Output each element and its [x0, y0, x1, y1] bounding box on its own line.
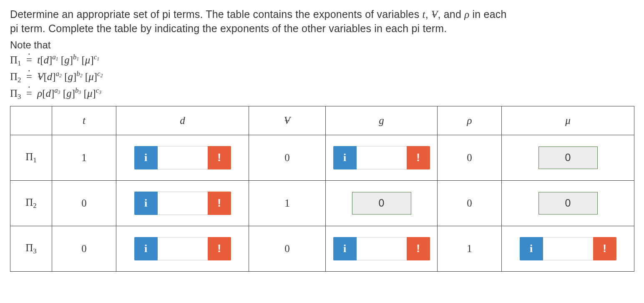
cell-rho: 1 [438, 226, 502, 271]
info-icon[interactable]: i [520, 237, 543, 260]
warning-icon[interactable]: ! [208, 146, 231, 169]
cell-d: i! [116, 226, 249, 271]
info-icon[interactable]: i [134, 146, 158, 169]
pi-label: Π2 [25, 197, 37, 208]
answer-input-g[interactable]: i! [333, 146, 430, 169]
equation-pi1: Π1 = t[d]a1 [g]b1 [μ]c1 [10, 53, 634, 68]
header-t: t [52, 106, 116, 135]
pi-label: Π1 [25, 151, 37, 162]
filled-answer-mu: 0 [538, 192, 598, 215]
warning-icon[interactable]: ! [407, 237, 430, 260]
info-icon[interactable]: i [333, 237, 357, 260]
header-g: g [326, 106, 438, 135]
prompt-var-t: t [423, 9, 425, 20]
table-row: Π30i!0i!1i! [10, 226, 634, 271]
equation-pi3: Π3 = ρ[d]a3 [g]b3 [μ]c3 [10, 86, 634, 102]
table-header-row: t d V g ρ μ [10, 106, 634, 135]
header-d: d [116, 106, 249, 135]
static-value-rho: 1 [467, 243, 472, 254]
answer-field[interactable] [158, 237, 208, 260]
header-mu: μ [502, 106, 634, 135]
answer-input-g[interactable]: i! [333, 237, 430, 260]
static-value-t: 0 [81, 197, 87, 209]
cell-rho: 0 [438, 180, 502, 226]
pi-label: Π3 [25, 242, 37, 253]
answer-input-d[interactable]: i! [134, 146, 231, 169]
filled-answer-g: 0 [352, 192, 411, 215]
cell-g: 0 [326, 180, 438, 226]
row-label: Π3 [10, 226, 52, 271]
cell-V: 1 [249, 180, 326, 226]
cell-d: i! [116, 180, 249, 226]
row-label: Π2 [10, 180, 52, 226]
info-icon[interactable]: i [134, 192, 158, 215]
table-row: Π11i!0i!00 [10, 135, 634, 180]
info-icon[interactable]: i [333, 146, 357, 169]
static-value-t: 0 [81, 243, 87, 254]
cell-t: 0 [52, 226, 116, 271]
cell-g: i! [326, 226, 438, 271]
prompt-and: , and [438, 8, 464, 20]
filled-answer-mu: 0 [538, 146, 598, 169]
table-row: Π20i!1000 [10, 180, 634, 226]
note-block: Note that Π1 = t[d]a1 [g]b1 [μ]c1 Π2 = V… [10, 38, 634, 102]
cell-mu: 0 [502, 180, 634, 226]
cell-t: 1 [52, 135, 116, 180]
static-value-V: 0 [284, 152, 290, 163]
header-rho: ρ [438, 106, 502, 135]
cell-t: 0 [52, 180, 116, 226]
question-prompt: Determine an appropriate set of pi terms… [10, 8, 634, 36]
header-blank [10, 106, 52, 135]
static-value-V: 0 [284, 243, 290, 254]
static-value-V: 1 [284, 197, 290, 209]
prompt-line1b: in each [469, 8, 506, 20]
warning-icon[interactable]: ! [593, 237, 616, 260]
warning-icon[interactable]: ! [407, 146, 430, 169]
answer-field[interactable] [543, 237, 593, 260]
row-label: Π1 [10, 135, 52, 180]
prompt-var-V: V [431, 8, 438, 22]
answer-field[interactable] [357, 146, 407, 169]
cell-mu: 0 [502, 135, 634, 180]
prompt-comma1: , [425, 8, 431, 20]
cell-V: 0 [249, 135, 326, 180]
answer-field[interactable] [158, 146, 208, 169]
warning-icon[interactable]: ! [208, 192, 231, 215]
pi-terms-table: t d V g ρ μ Π11i!0i!00Π20i!1000Π30i!0i!1… [10, 106, 634, 272]
warning-icon[interactable]: ! [208, 237, 231, 260]
static-value-t: 1 [81, 152, 87, 163]
answer-input-d[interactable]: i! [134, 192, 231, 215]
header-V: V [249, 106, 326, 135]
prompt-line1a: Determine an appropriate set of pi terms… [10, 8, 423, 20]
static-value-rho: 0 [467, 152, 472, 163]
static-value-rho: 0 [467, 197, 472, 209]
info-icon[interactable]: i [134, 237, 158, 260]
cell-d: i! [116, 135, 249, 180]
cell-rho: 0 [438, 135, 502, 180]
cell-g: i! [326, 135, 438, 180]
cell-mu: i! [502, 226, 634, 271]
prompt-line2: pi term. Complete the table by indicatin… [10, 23, 447, 34]
answer-input-d[interactable]: i! [134, 237, 231, 260]
answer-input-mu[interactable]: i! [520, 237, 616, 260]
answer-field[interactable] [158, 192, 208, 215]
note-label: Note that [10, 38, 634, 52]
cell-V: 0 [249, 226, 326, 271]
prompt-var-rho: ρ [464, 9, 469, 20]
equation-pi2: Π2 = V[d]a2 [g]b2 [μ]c2 [10, 69, 634, 85]
answer-field[interactable] [357, 237, 407, 260]
